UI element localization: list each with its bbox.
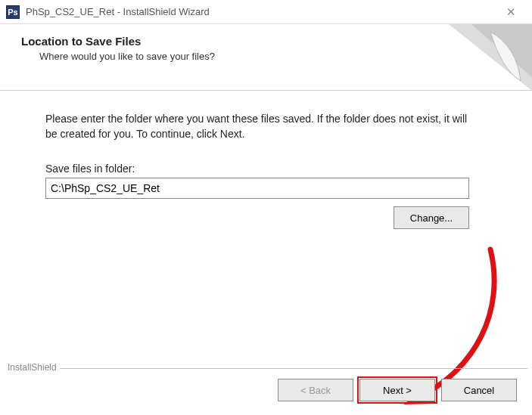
close-button[interactable]: ✕: [496, 5, 526, 19]
page-curl-icon: [449, 24, 532, 91]
brand-label: InstallShield: [5, 362, 60, 373]
instruction-text: Please enter the folder where you want t…: [45, 112, 469, 141]
path-label: Save files in folder:: [45, 163, 502, 175]
change-button[interactable]: Change...: [394, 206, 469, 229]
titlebar: Ps PhSp_CS2_UE_Ret - InstallShield Wizar…: [0, 0, 532, 24]
wizard-content: Please enter the folder where you want t…: [0, 91, 532, 362]
app-icon: Ps: [6, 5, 20, 19]
header-title: Location to Save Files: [21, 35, 215, 48]
button-row: < Back Next > Cancel: [278, 379, 517, 401]
installer-window: Ps PhSp_CS2_UE_Ret - InstallShield Wizar…: [0, 0, 532, 415]
next-button[interactable]: Next >: [359, 379, 435, 401]
cancel-button[interactable]: Cancel: [441, 379, 517, 401]
wizard-footer: InstallShield < Back Next > Cancel: [0, 362, 532, 415]
path-input[interactable]: [45, 178, 469, 199]
wizard-header: Location to Save Files Where would you l…: [0, 24, 532, 91]
separator-line: [5, 368, 527, 369]
window-title: PhSp_CS2_UE_Ret - InstallShield Wizard: [26, 6, 496, 17]
header-subtitle: Where would you like to save your files?: [39, 51, 215, 62]
back-button: < Back: [278, 379, 353, 401]
